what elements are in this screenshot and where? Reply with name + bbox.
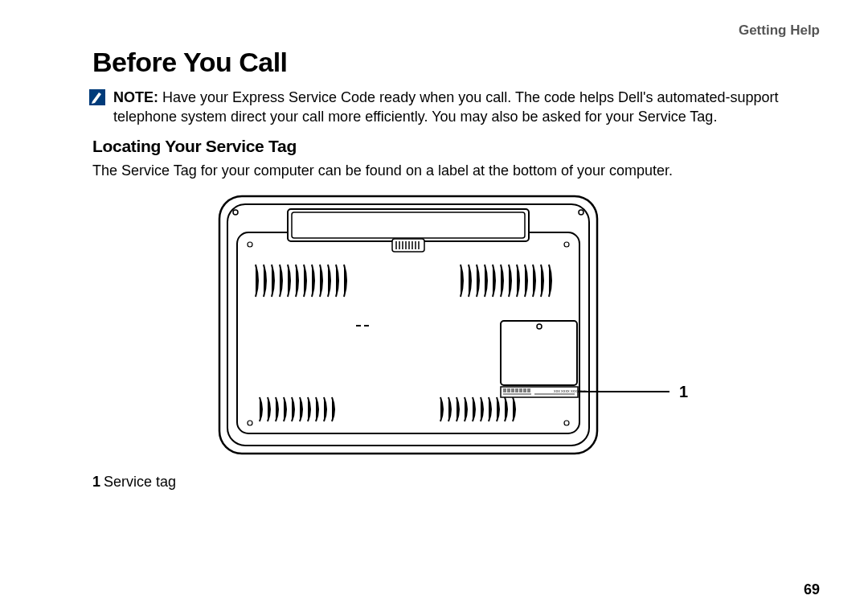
subheading: Locating Your Service Tag — [92, 137, 820, 156]
figure-callout-1: 1 — [679, 383, 688, 400]
section-header: Getting Help — [92, 23, 820, 39]
note-body: Have your Express Service Code ready whe… — [113, 89, 779, 125]
svg-rect-38 — [364, 325, 369, 326]
figure-legend: 1Service tag — [92, 474, 820, 491]
page-title: Before You Call — [92, 47, 820, 78]
note-block: NOTE: Have your Express Service Code rea… — [89, 88, 820, 127]
svg-rect-37 — [356, 325, 361, 326]
svg-rect-5 — [292, 212, 525, 238]
document-page: Getting Help Before You Call NOTE: Have … — [0, 0, 868, 491]
note-text: NOTE: Have your Express Service Code rea… — [113, 88, 820, 127]
page-number: 69 — [804, 581, 820, 598]
svg-rect-17 — [501, 321, 577, 385]
legend-label: Service tag — [104, 474, 176, 490]
legend-number: 1 — [92, 474, 100, 490]
note-label: NOTE: — [113, 89, 158, 105]
body-text: The Service Tag for your computer can be… — [92, 161, 820, 180]
note-icon — [89, 89, 105, 105]
svg-rect-6 — [392, 239, 424, 252]
figure-laptop-bottom: XXX XXXX XXX XXXX 1 — [92, 188, 820, 469]
